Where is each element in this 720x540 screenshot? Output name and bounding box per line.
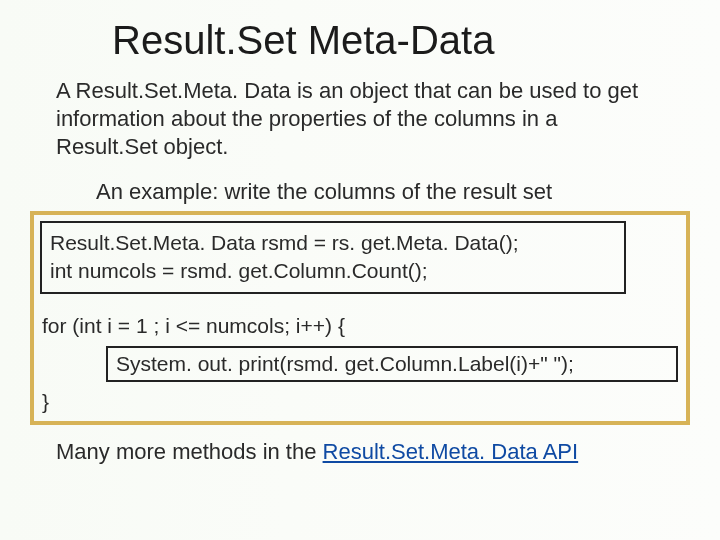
footer-prefix: Many more methods in the: [56, 439, 323, 464]
example-intro: An example: write the columns of the res…: [0, 161, 720, 205]
footer-text: Many more methods in the Result.Set.Meta…: [0, 425, 720, 465]
intro-paragraph: A Result.Set.Meta. Data is an object tha…: [0, 69, 720, 161]
code-line: Result.Set.Meta. Data rsmd = rs. get.Met…: [50, 229, 616, 256]
code-line: int numcols = rsmd. get.Column.Count();: [50, 257, 616, 284]
code-block-outer: Result.Set.Meta. Data rsmd = rs. get.Met…: [30, 211, 690, 424]
code-block-top: Result.Set.Meta. Data rsmd = rs. get.Met…: [40, 221, 626, 294]
code-line-for: for (int i = 1 ; i <= numcols; i++) {: [34, 308, 686, 344]
code-block-bottom: System. out. print(rsmd. get.Column.Labe…: [106, 346, 678, 382]
api-link[interactable]: Result.Set.Meta. Data API: [323, 439, 579, 464]
code-line: System. out. print(rsmd. get.Column.Labe…: [116, 352, 574, 375]
code-line-brace: }: [34, 384, 686, 420]
slide-title: Result.Set Meta-Data: [0, 0, 720, 69]
